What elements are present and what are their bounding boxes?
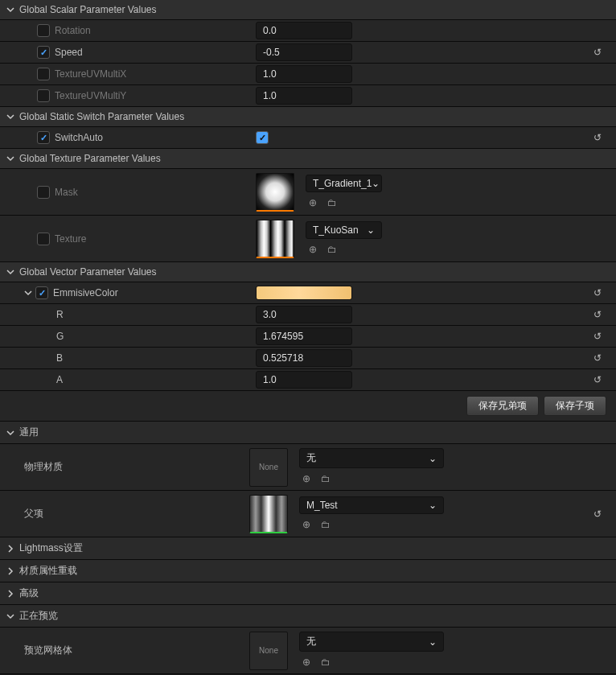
param-label: SwitchAuto [55, 132, 103, 143]
emissive-color-swatch[interactable] [256, 286, 352, 300]
section-matoverride-header[interactable]: 材质属性重载 [0, 560, 616, 582]
override-checkbox-switchauto[interactable]: ✓ [37, 131, 50, 144]
asset-name: M_Test [306, 500, 338, 511]
param-label: 预览网格体 [24, 644, 72, 657]
browse-icon[interactable]: 🗀 [318, 517, 333, 532]
chevron-down-icon: ⌄ [429, 453, 437, 464]
row-preview-mesh: 预览网格体 None 无 ⌄ ⊕ 🗀 [0, 628, 616, 674]
override-checkbox-emissive[interactable]: ✓ [35, 286, 48, 299]
param-label: Texture [55, 233, 86, 245]
browse-icon[interactable]: 🗀 [318, 471, 333, 486]
chevron-down-icon: ⌄ [429, 636, 437, 648]
reset-icon[interactable]: ↺ [593, 352, 602, 364]
previewmesh-dropdown[interactable]: 无 ⌄ [299, 632, 444, 652]
param-label: Speed [55, 47, 83, 58]
override-checkbox-uvx[interactable] [37, 68, 50, 80]
section-title: 高级 [19, 587, 39, 600]
chevron-down-icon[interactable] [6, 6, 14, 14]
section-advanced-header[interactable]: 高级 [0, 582, 616, 605]
r-input[interactable] [256, 306, 352, 323]
param-row-switchauto: ✓ SwitchAuto ↺ [0, 127, 616, 149]
channel-label: G [56, 331, 64, 342]
section-general-header[interactable]: 通用 [0, 422, 616, 444]
override-checkbox-uvy[interactable] [37, 89, 50, 102]
param-label: TextureUVMultiY [55, 90, 126, 101]
param-label: 物理材质 [24, 460, 63, 474]
section-title: Global Vector Parameter Values [19, 266, 157, 278]
browse-icon[interactable]: 🗀 [325, 196, 339, 210]
browse-icon[interactable]: 🗀 [325, 242, 339, 257]
param-row-speed: ✓ Speed ↺ [0, 42, 616, 64]
physmat-dropdown[interactable]: 无 ⌄ [299, 448, 444, 468]
section-texture-header[interactable]: Global Texture Parameter Values [0, 149, 616, 169]
reset-icon[interactable]: ↺ [593, 132, 602, 143]
reset-icon[interactable]: ↺ [593, 47, 602, 58]
section-title: Global Texture Parameter Values [19, 153, 161, 164]
channel-label: R [56, 309, 64, 320]
use-selected-icon[interactable]: ⊕ [299, 655, 314, 669]
section-title: 通用 [19, 426, 39, 439]
chevron-right-icon[interactable] [6, 590, 14, 598]
chevron-down-icon[interactable] [6, 612, 14, 620]
section-preview-header[interactable]: 正在预览 [0, 605, 616, 628]
param-row-uvx: TextureUVMultiX [0, 64, 616, 85]
chevron-down-icon[interactable] [6, 113, 14, 121]
speed-input[interactable] [256, 43, 352, 61]
section-title: Lightmass设置 [19, 541, 83, 555]
section-lightmass-header[interactable]: Lightmass设置 [0, 537, 616, 560]
g-input[interactable] [256, 327, 352, 345]
override-checkbox-texture[interactable] [37, 233, 50, 245]
use-selected-icon[interactable]: ⊕ [306, 242, 320, 257]
override-checkbox-mask[interactable] [37, 186, 50, 199]
switchauto-value-checkbox[interactable] [256, 131, 269, 144]
use-selected-icon[interactable]: ⊕ [306, 196, 320, 210]
reset-icon[interactable]: ↺ [593, 331, 602, 342]
browse-icon[interactable]: 🗀 [318, 655, 333, 669]
button-bar: 保存兄弟项 保存子项 [0, 391, 616, 422]
section-title: 正在预览 [19, 609, 58, 623]
reset-icon[interactable]: ↺ [593, 508, 602, 520]
save-child-button[interactable]: 保存子项 [544, 396, 606, 416]
row-physmat: 物理材质 None 无 ⌄ ⊕ 🗀 [0, 444, 616, 491]
chevron-down-icon[interactable] [6, 154, 14, 163]
param-row-a: A ↺ [0, 369, 616, 391]
rotation-input[interactable] [256, 22, 352, 39]
parent-dropdown[interactable]: M_Test ⌄ [299, 496, 444, 514]
chevron-right-icon[interactable] [6, 567, 14, 575]
asset-name: T_Gradient_1 [313, 178, 372, 189]
chevron-down-icon[interactable] [6, 429, 14, 437]
save-sibling-button[interactable]: 保存兄弟项 [466, 396, 539, 416]
use-selected-icon[interactable]: ⊕ [299, 471, 314, 486]
use-selected-icon[interactable]: ⊕ [299, 517, 314, 532]
uvx-input[interactable] [256, 65, 352, 83]
section-scalar-header[interactable]: Global Scalar Parameter Values [0, 0, 616, 20]
param-row-mask: Mask T_Gradient_1 ⌄ ⊕ 🗀 [0, 169, 616, 216]
texture-asset-dropdown[interactable]: T_KuoSan ⌄ [306, 221, 382, 239]
override-checkbox-speed[interactable]: ✓ [37, 46, 50, 59]
mask-asset-dropdown[interactable]: T_Gradient_1 ⌄ [306, 175, 382, 192]
reset-icon[interactable]: ↺ [593, 374, 602, 385]
reset-icon[interactable]: ↺ [593, 309, 602, 320]
reset-icon[interactable]: ↺ [593, 287, 602, 298]
chevron-down-icon[interactable] [24, 289, 32, 297]
chevron-right-icon[interactable] [6, 545, 14, 553]
param-row-uvy: TextureUVMultiY [0, 85, 616, 107]
uvy-input[interactable] [256, 87, 352, 105]
section-vector-header[interactable]: Global Vector Parameter Values [0, 262, 616, 282]
mask-thumbnail[interactable] [256, 173, 294, 212]
chevron-down-icon[interactable] [6, 268, 14, 276]
chevron-down-icon: ⌄ [429, 500, 437, 511]
section-static-header[interactable]: Global Static Switch Parameter Values [0, 107, 616, 127]
chevron-down-icon: ⌄ [372, 178, 380, 189]
asset-name: 无 [306, 451, 316, 465]
physmat-thumbnail[interactable]: None [249, 448, 288, 487]
override-checkbox-rotation[interactable] [37, 24, 50, 37]
section-title: Global Scalar Parameter Values [19, 4, 157, 15]
a-input[interactable] [256, 371, 352, 389]
param-row-b: B ↺ [0, 348, 616, 369]
param-label: EmmisiveColor [53, 287, 118, 298]
parent-thumbnail[interactable] [249, 495, 288, 533]
previewmesh-thumbnail[interactable]: None [249, 632, 288, 670]
b-input[interactable] [256, 349, 352, 367]
texture-thumbnail[interactable] [256, 220, 294, 258]
